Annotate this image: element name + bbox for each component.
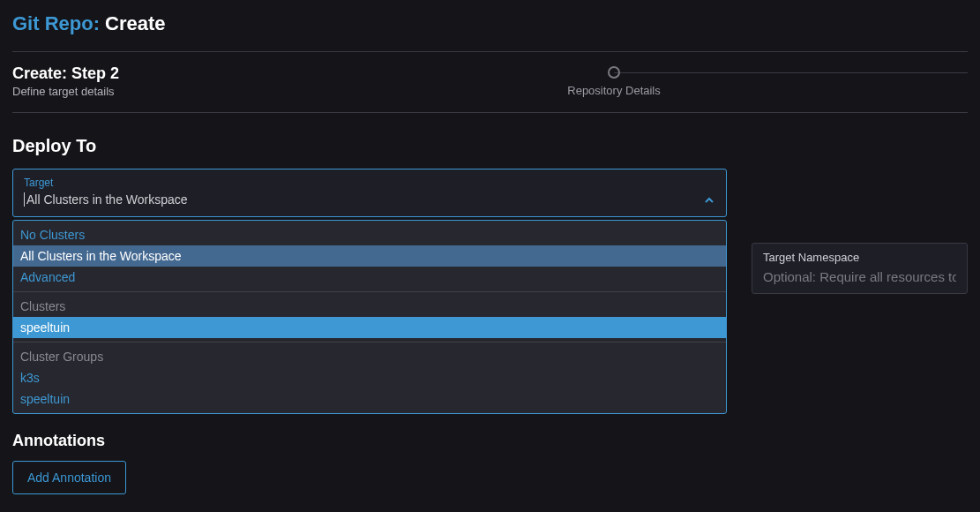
add-annotation-button[interactable]: Add Annotation — [12, 461, 126, 494]
dropdown-group-clusters: Clusters — [13, 296, 726, 317]
step-line — [614, 72, 968, 73]
step-indicator[interactable]: Repository Details — [260, 66, 968, 97]
target-option-group-speeltuin[interactable]: speeltuin — [13, 388, 726, 410]
target-dropdown: No Clusters All Clusters in the Workspac… — [12, 220, 727, 414]
target-option-advanced[interactable]: Advanced — [13, 267, 726, 288]
step-header: Create: Step 2 Define target details Rep… — [12, 52, 968, 112]
page-title: Git Repo: Create — [12, 12, 968, 35]
target-namespace-input[interactable]: Target Namespace Optional: Require all r… — [752, 243, 968, 294]
dropdown-group-cluster-groups: Cluster Groups — [13, 346, 726, 367]
target-selected-value: All Clusters in the Workspace — [24, 192, 188, 207]
target-namespace-placeholder: Optional: Require all resources to be in… — [763, 269, 956, 284]
target-option-all-clusters[interactable]: All Clusters in the Workspace — [13, 245, 726, 267]
step-subtitle: Define target details — [12, 85, 119, 98]
title-action: Create — [105, 12, 165, 34]
target-namespace-label: Target Namespace — [763, 251, 956, 264]
target-field-label: Target — [24, 177, 715, 189]
target-option-group-k3s[interactable]: k3s — [13, 367, 726, 388]
annotations-title: Annotations — [12, 432, 968, 450]
step-label: Repository Details — [567, 84, 661, 97]
divider — [12, 112, 968, 113]
deploy-to-title: Deploy To — [12, 136, 968, 156]
target-select[interactable]: Target All Clusters in the Workspace — [12, 169, 727, 217]
target-option-no-clusters[interactable]: No Clusters — [13, 224, 726, 245]
step-circle-icon — [608, 66, 620, 79]
target-option-cluster-speeltuin[interactable]: speeltuin — [13, 317, 726, 338]
chevron-up-icon — [703, 194, 715, 207]
title-prefix: Git Repo: — [12, 12, 105, 34]
step-title: Create: Step 2 — [12, 64, 119, 83]
